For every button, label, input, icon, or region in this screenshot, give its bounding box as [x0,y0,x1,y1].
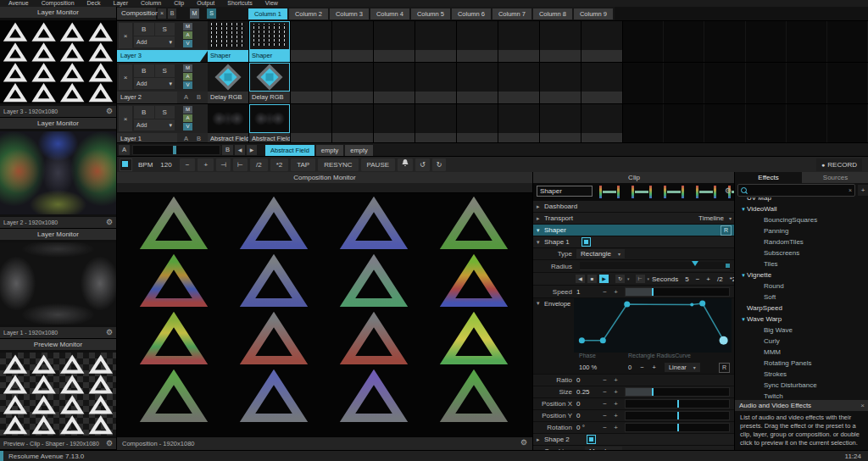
column-tab-column-3[interactable]: Column 3 [330,8,369,19]
crossfader-handle[interactable] [173,146,176,154]
clip-cell[interactable] [540,104,581,145]
layer-master-button[interactable]: M [183,106,192,114]
duration-value[interactable]: 5 [685,275,688,283]
blend-mode-dropdown[interactable]: Add▾ [134,119,175,131]
menu-item-composition[interactable]: Composition [42,0,75,7]
layer-video-button[interactable]: V [183,123,192,131]
tap-button[interactable]: TAP [291,158,315,171]
composition-tab[interactable]: Composition [117,8,156,19]
envelope-curve-editor[interactable] [574,298,732,353]
curve-minus-button[interactable]: − [640,364,643,371]
bpm-sync-toggle[interactable] [120,158,132,171]
interpolation-dropdown[interactable]: Linear ▾ [665,363,700,372]
record-button[interactable]: ● RECORD [816,158,862,171]
menu-item-shortcuts[interactable]: Shortcuts [227,0,253,7]
position-x-minus-button[interactable]: − [599,400,610,408]
gear-icon[interactable]: ⚙ [106,327,113,338]
effect-item-big-wave[interactable]: Big Wave [735,325,868,336]
column-tab-column-6[interactable]: Column 6 [452,8,491,19]
crossfade-a-button[interactable]: A [184,92,188,103]
clip-cell[interactable] [457,21,498,62]
bpm-half-button[interactable]: /2 [250,158,268,171]
radius-marker[interactable] [692,261,698,266]
effect-item-randomtiles[interactable]: RandomTiles [735,236,868,247]
menu-item-layer[interactable]: Layer [114,0,129,7]
curve-value[interactable]: 0 [628,364,632,371]
clip-cell[interactable] [332,104,374,145]
blend-mode-dropdown[interactable]: Add▾ [134,36,175,47]
layer-preview-cell[interactable]: Abstract Field [208,104,249,145]
menu-item-column[interactable]: Column [141,0,161,7]
transport-section[interactable]: ▸ Transport Timeline ▾ [533,213,735,225]
next-column-button[interactable]: ▶ [247,145,257,155]
clip-cell[interactable] [415,21,457,62]
effect-item-uv-map[interactable]: UV Map [735,197,868,203]
clip-cell[interactable] [291,104,332,145]
search-input[interactable] [749,186,846,195]
effect-item-rotating-panels[interactable]: Rotating Panels [735,358,868,369]
composition-bypass-button[interactable]: B [168,8,176,19]
clip-cell[interactable]: Abstract Field [249,104,291,145]
clip-cell[interactable]: Shaper [249,21,291,62]
effect-item-bouncingsquares[interactable]: BouncingSquares [735,214,868,225]
gear-icon[interactable]: ⚙ [106,217,113,228]
layer-audio-button[interactable]: A [183,114,192,122]
bpm-value[interactable]: 120 [160,161,171,169]
clip-cell[interactable] [540,63,581,103]
clip-cell[interactable] [457,63,498,103]
curve-plus-button[interactable]: + [653,364,656,371]
effect-item-tiles[interactable]: Tiles [735,258,868,269]
clip-name-input[interactable] [537,186,593,197]
clip-cell[interactable]: Delay RGB [249,63,291,103]
tab-sources[interactable]: Sources [802,172,868,183]
position-x-plus-button[interactable]: + [610,400,621,408]
crossfader-a-button[interactable]: A [119,145,130,155]
redo-icon[interactable]: ↻ [432,158,447,171]
envelope-r-button[interactable]: R [719,363,730,373]
crossfade-b-button[interactable]: B [197,92,201,103]
undo-icon[interactable]: ↺ [415,158,430,171]
layer-close-button[interactable]: × [119,23,132,48]
clip-cell[interactable] [374,21,415,62]
stop-button[interactable]: ■ [587,275,597,283]
rotation-slider[interactable] [625,423,730,432]
column-tab-column-7[interactable]: Column 7 [492,8,531,19]
clip-cell[interactable] [332,21,374,62]
clip-cell[interactable] [291,21,332,62]
metronome-bell-icon[interactable] [398,158,413,171]
clear-search-icon[interactable]: × [849,187,852,193]
pause-button[interactable]: PAUSE [361,158,396,171]
rotation-minus-button[interactable]: − [599,424,610,431]
search-field[interactable]: × [737,184,855,197]
layer-solo-button[interactable]: S [155,106,175,119]
prev-column-button[interactable]: ◀ [235,145,245,155]
effect-item-warpspeed[interactable]: WarpSpeed [735,303,868,314]
effect-item-mmm[interactable]: MMM [735,347,868,358]
bpm-plus-button[interactable]: + [198,158,214,171]
clip-cell[interactable] [498,63,540,103]
position-y-value[interactable]: 0 [576,412,599,419]
composition-master-button[interactable]: M [190,8,199,19]
clip-cell[interactable] [498,104,540,145]
clip-cell[interactable] [415,63,457,103]
duration-half-button[interactable]: /2 [717,275,723,283]
tab-effects[interactable]: Effects [735,172,802,183]
effect-item-panning[interactable]: Panning [735,225,868,236]
layer-video-button[interactable]: V [183,40,192,47]
nudge-up-button[interactable]: ⊢ [233,158,248,171]
bpm-double-button[interactable]: *2 [270,158,289,171]
layer-video-button[interactable]: V [183,81,192,89]
ratio-value[interactable]: 0 [576,376,599,384]
layer-audio-button[interactable]: A [183,73,192,81]
position-y-slider[interactable] [625,411,730,420]
position-x-value[interactable]: 0 [576,400,599,408]
rotation-plus-button[interactable]: + [610,424,621,431]
effect-item-curly[interactable]: Curly [735,336,868,347]
deck-clip-tab-0[interactable]: Abstract Field [265,145,314,156]
layer-bypass-button[interactable]: B [134,106,154,119]
deck-clip-tab-1[interactable]: empty [316,145,343,156]
clip-cell[interactable] [581,63,623,103]
position-y-minus-button[interactable]: − [599,412,610,419]
effect-item-vignette[interactable]: ▾Vignette [735,269,868,280]
layer-name-strip[interactable]: Layer 3 [117,50,208,62]
